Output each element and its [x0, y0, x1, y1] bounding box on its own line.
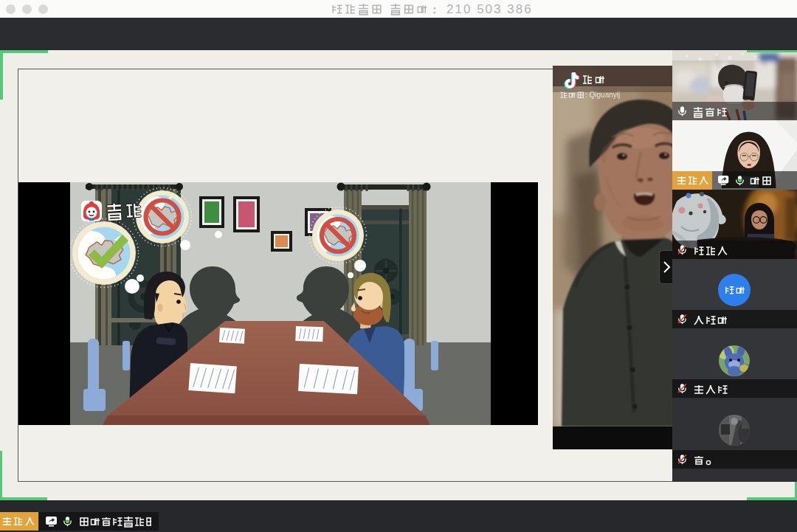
- svg-text:: Qiguanyij: : Qiguanyij: [585, 91, 620, 99]
- svg-text:：: ：: [429, 4, 441, 15]
